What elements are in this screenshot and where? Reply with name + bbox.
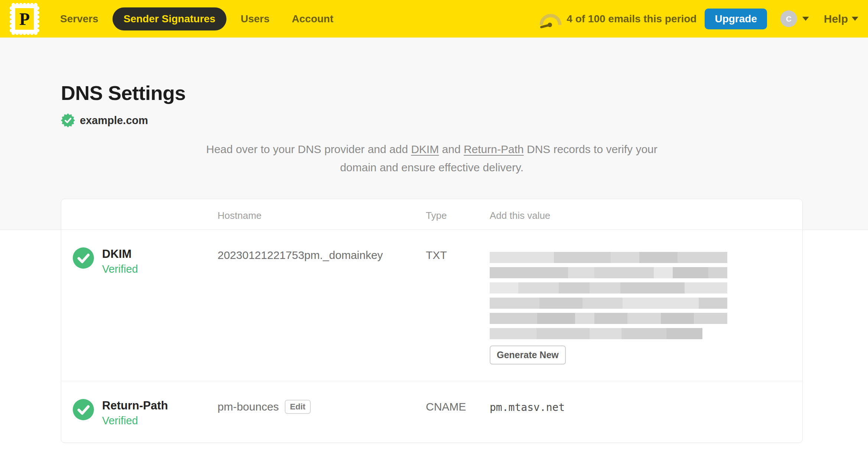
domain-name: example.com	[80, 114, 148, 127]
dkim-value-cell: Generate New	[490, 230, 802, 381]
return-path-hostname-cell: pm-bounces Edit	[218, 381, 426, 442]
main-content: DNS Settings example.com Head over to yo…	[61, 82, 803, 443]
navbar-right: 4 of 100 emails this period Upgrade C He…	[539, 9, 858, 29]
dns-records-card: Hostname Type Add this value DKIM Verifi…	[61, 199, 803, 443]
redacted-value-line	[490, 267, 727, 278]
primary-nav: Servers Sender Signatures Users Account	[52, 7, 342, 30]
instruction-text: and	[439, 143, 464, 155]
return-path-type-cell: CNAME	[426, 381, 490, 442]
upgrade-button[interactable]: Upgrade	[705, 9, 767, 29]
redacted-value-line	[490, 282, 727, 294]
dkim-link[interactable]: DKIM	[411, 143, 439, 155]
edit-button[interactable]: Edit	[285, 400, 311, 414]
return-path-name-cell: Return-Path Verified	[61, 381, 218, 442]
top-navbar: P Servers Sender Signatures Users Accoun…	[0, 0, 868, 38]
table-row-dkim: DKIM Verified 20230121221753pm._domainke…	[61, 230, 802, 381]
header-spacer	[61, 199, 218, 229]
return-path-link[interactable]: Return-Path	[464, 143, 524, 155]
verified-check-icon	[73, 399, 94, 420]
account-menu[interactable]: C	[780, 10, 809, 27]
generate-new-button[interactable]: Generate New	[490, 346, 566, 364]
verified-seal-icon	[61, 113, 75, 127]
hostname-value: 20230121221753pm._domainkey	[218, 249, 383, 262]
nav-item-account[interactable]: Account	[284, 8, 342, 30]
svg-text:P: P	[19, 10, 30, 29]
dkim-name-cell: DKIM Verified	[61, 230, 218, 381]
usage-gauge-icon	[539, 10, 562, 28]
help-menu[interactable]: Help	[824, 13, 858, 25]
chevron-down-icon	[802, 17, 809, 21]
help-label: Help	[824, 13, 848, 25]
status-badge: Verified	[102, 263, 138, 275]
verified-check-icon	[73, 247, 94, 269]
hostname-value: pm-bounces	[218, 401, 279, 413]
redacted-value-line	[490, 298, 727, 309]
table-row-return-path: Return-Path Verified pm-bounces Edit CNA…	[61, 381, 802, 442]
avatar[interactable]: C	[780, 10, 797, 27]
nav-item-sender-signatures[interactable]: Sender Signatures	[112, 7, 226, 30]
chevron-down-icon	[852, 17, 858, 21]
page-title: DNS Settings	[61, 82, 803, 103]
instruction-text: Head over to your DNS provider and add	[206, 143, 411, 155]
dns-instructions: Head over to your DNS provider and add D…	[198, 140, 666, 176]
verified-domain: example.com	[61, 113, 803, 127]
header-type: Type	[426, 199, 490, 229]
dkim-hostname-cell: 20230121221753pm._domainkey	[218, 230, 426, 381]
nav-item-servers[interactable]: Servers	[52, 8, 107, 30]
table-header-row: Hostname Type Add this value	[61, 199, 802, 230]
postmark-logo[interactable]: P	[10, 3, 39, 35]
redacted-value-line	[490, 328, 702, 339]
redacted-value-line	[490, 252, 727, 263]
header-value: Add this value	[490, 199, 802, 229]
return-path-value-cell: pm.mtasv.net	[490, 381, 802, 442]
dkim-type-cell: TXT	[426, 230, 490, 381]
usage-text: 4 of 100 emails this period	[567, 13, 696, 25]
header-hostname: Hostname	[218, 199, 426, 229]
record-name: DKIM	[102, 247, 138, 261]
record-name: Return-Path	[102, 399, 168, 412]
status-badge: Verified	[102, 415, 168, 427]
nav-item-users[interactable]: Users	[232, 8, 278, 30]
redacted-value-line	[490, 313, 727, 324]
